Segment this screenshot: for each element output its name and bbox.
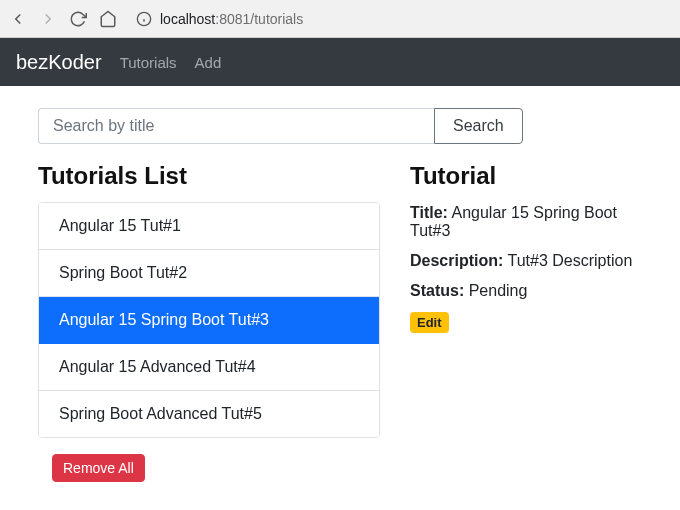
search-input[interactable]: [38, 108, 434, 144]
detail-title-label: Title:: [410, 204, 448, 221]
nav-link-tutorials[interactable]: Tutorials: [120, 54, 177, 71]
app-navbar: bezKoder Tutorials Add: [0, 38, 680, 86]
search-row: Search: [38, 108, 642, 144]
reload-icon[interactable]: [68, 9, 88, 29]
address-bar[interactable]: localhost:8081/tutorials: [128, 11, 672, 27]
detail-title-row: Title: Angular 15 Spring Boot Tut#3: [410, 204, 642, 240]
detail-status-row: Status: Pending: [410, 282, 642, 300]
tutorials-list: Angular 15 Tut#1Spring Boot Tut#2Angular…: [38, 202, 380, 438]
list-item[interactable]: Angular 15 Tut#1: [39, 203, 379, 250]
edit-button[interactable]: Edit: [410, 312, 449, 333]
nav-link-add[interactable]: Add: [195, 54, 222, 71]
list-item[interactable]: Angular 15 Spring Boot Tut#3: [39, 297, 379, 344]
detail-description-row: Description: Tut#3 Description: [410, 252, 642, 270]
url-text: localhost:8081/tutorials: [160, 11, 303, 27]
forward-icon[interactable]: [38, 9, 58, 29]
list-item[interactable]: Angular 15 Advanced Tut#4: [39, 344, 379, 391]
detail-description-label: Description:: [410, 252, 503, 269]
search-button[interactable]: Search: [434, 108, 523, 144]
detail-status-value: Pending: [469, 282, 528, 299]
info-icon: [136, 11, 152, 27]
list-item[interactable]: Spring Boot Advanced Tut#5: [39, 391, 379, 437]
brand-logo[interactable]: bezKoder: [16, 51, 102, 74]
browser-toolbar: localhost:8081/tutorials: [0, 0, 680, 38]
back-icon[interactable]: [8, 9, 28, 29]
tutorials-list-heading: Tutorials List: [38, 162, 380, 190]
remove-all-button[interactable]: Remove All: [52, 454, 145, 482]
detail-status-label: Status:: [410, 282, 464, 299]
home-icon[interactable]: [98, 9, 118, 29]
tutorial-detail-heading: Tutorial: [410, 162, 642, 190]
list-item[interactable]: Spring Boot Tut#2: [39, 250, 379, 297]
detail-description-value: Tut#3 Description: [508, 252, 633, 269]
